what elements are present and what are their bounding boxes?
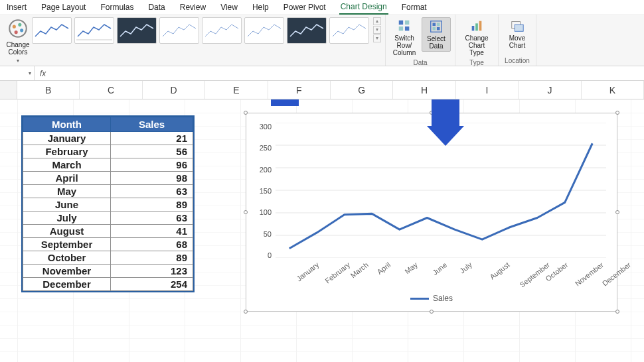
tab-insert[interactable]: Insert [5, 1, 28, 14]
column-header-E[interactable]: E [205, 81, 268, 99]
select-data-icon [429, 19, 443, 34]
cell-month[interactable]: February [23, 145, 111, 158]
table-header-month[interactable]: Month [23, 117, 111, 132]
formula-input[interactable] [51, 66, 644, 80]
chart-style-8[interactable] [329, 17, 369, 44]
tab-review[interactable]: Review [179, 1, 207, 14]
change-colors-button[interactable]: Change Colors ▾ [7, 17, 29, 64]
resize-handle[interactable] [244, 111, 248, 115]
y-tick-label: 50 [264, 230, 272, 238]
column-header-G[interactable]: G [331, 81, 393, 99]
table-row[interactable]: November123 [23, 265, 193, 278]
tab-help[interactable]: Help [251, 1, 270, 14]
column-header-D[interactable]: D [143, 81, 205, 99]
table-row[interactable]: May63 [23, 185, 193, 198]
table-header-sales[interactable]: Sales [111, 117, 193, 132]
cell-month[interactable]: September [23, 238, 111, 251]
cell-sales[interactable]: 68 [111, 238, 193, 251]
tab-view[interactable]: View [219, 1, 239, 14]
switch-row-column-button[interactable]: Switch Row/ Column [390, 17, 419, 58]
chart-legend[interactable]: Sales [252, 294, 611, 303]
cell-sales[interactable]: 63 [111, 211, 193, 225]
x-tick-label: November [573, 261, 604, 288]
chart-style-3[interactable] [117, 17, 157, 44]
svg-rect-16 [475, 23, 478, 30]
cell-sales[interactable]: 89 [111, 251, 193, 265]
change-chart-type-button[interactable]: Change Chart Type [459, 17, 494, 58]
resize-handle[interactable] [615, 310, 619, 314]
chart-style-7[interactable] [287, 17, 327, 44]
cell-sales[interactable]: 63 [111, 185, 193, 198]
select-data-button[interactable]: Select Data [422, 17, 451, 52]
resize-handle[interactable] [615, 210, 619, 214]
cell-sales[interactable]: 41 [111, 225, 193, 238]
cell-sales[interactable]: 56 [111, 145, 193, 158]
column-header-B[interactable]: B [17, 81, 80, 99]
chart-style-1[interactable] [32, 17, 72, 44]
tab-formulas[interactable]: Formulas [99, 1, 135, 14]
column-header-C[interactable]: C [80, 81, 142, 99]
resize-handle[interactable] [615, 111, 619, 115]
cell-sales[interactable]: 254 [111, 278, 193, 291]
cell-month[interactable]: March [23, 158, 111, 172]
cell-sales[interactable]: 98 [111, 172, 193, 185]
svg-rect-17 [479, 21, 482, 31]
resize-handle[interactable] [430, 310, 434, 314]
chart-style-4[interactable] [159, 17, 199, 44]
column-header-I[interactable]: I [456, 81, 519, 99]
cell-month[interactable]: April [23, 172, 111, 185]
column-header-K[interactable]: K [582, 81, 644, 99]
table-row[interactable]: July63 [23, 211, 193, 225]
styles-scroll-down[interactable]: ▾ [373, 26, 381, 34]
chart-style-2[interactable] [74, 17, 114, 44]
formula-bar: ▾ fx [0, 66, 644, 81]
table-row[interactable]: January21 [23, 132, 193, 145]
cell-month[interactable]: November [23, 265, 111, 278]
y-tick-label: 100 [260, 208, 272, 216]
tab-data[interactable]: Data [147, 1, 166, 14]
select-all-corner[interactable] [0, 81, 17, 99]
column-header-H[interactable]: H [393, 81, 455, 99]
legend-line-icon [410, 298, 429, 300]
data-table[interactable]: Month Sales January21February56March96Ap… [21, 115, 195, 292]
svg-point-2 [18, 23, 21, 27]
tab-chart-design[interactable]: Chart Design [339, 1, 388, 15]
name-box[interactable]: ▾ [0, 66, 35, 80]
table-row[interactable]: December254 [23, 278, 193, 291]
cell-month[interactable]: October [23, 251, 111, 265]
styles-scroll-up[interactable]: ▴ [373, 17, 381, 25]
cell-sales[interactable]: 21 [111, 132, 193, 145]
cell-month[interactable]: January [23, 132, 111, 145]
cell-sales[interactable]: 123 [111, 265, 193, 278]
table-row[interactable]: March96 [23, 158, 193, 172]
cell-month[interactable]: August [23, 225, 111, 238]
worksheet-grid[interactable]: Month Sales January21February56March96Ap… [0, 99, 644, 362]
table-row[interactable]: June89 [23, 198, 193, 211]
column-header-J[interactable]: J [519, 81, 581, 99]
cell-sales[interactable]: 96 [111, 158, 193, 172]
x-tick-label: June [431, 261, 448, 276]
styles-expand[interactable]: ▾ [373, 34, 381, 42]
column-header-F[interactable]: F [268, 81, 331, 99]
cell-month[interactable]: December [23, 278, 111, 291]
type-group: Change Chart Type Type [455, 15, 499, 66]
cell-sales[interactable]: 89 [111, 198, 193, 211]
table-row[interactable]: October89 [23, 251, 193, 265]
fx-icon[interactable]: fx [35, 69, 51, 78]
cell-month[interactable]: May [23, 185, 111, 198]
table-row[interactable]: September68 [23, 238, 193, 251]
tab-page-layout[interactable]: Page Layout [40, 1, 87, 14]
cell-month[interactable]: July [23, 211, 111, 225]
move-chart-button[interactable]: Move Chart [503, 17, 532, 50]
table-row[interactable]: April98 [23, 172, 193, 185]
table-row[interactable]: February56 [23, 145, 193, 158]
tab-format[interactable]: Format [400, 1, 428, 14]
resize-handle[interactable] [244, 210, 248, 214]
resize-handle[interactable] [244, 310, 248, 314]
chart-style-5[interactable] [202, 17, 242, 44]
table-row[interactable]: August41 [23, 225, 193, 238]
ribbon-tabs: InsertPage LayoutFormulasDataReviewViewH… [0, 0, 644, 15]
chart-style-6[interactable] [244, 17, 284, 44]
tab-power-pivot[interactable]: Power Pivot [282, 1, 327, 14]
cell-month[interactable]: June [23, 198, 111, 211]
